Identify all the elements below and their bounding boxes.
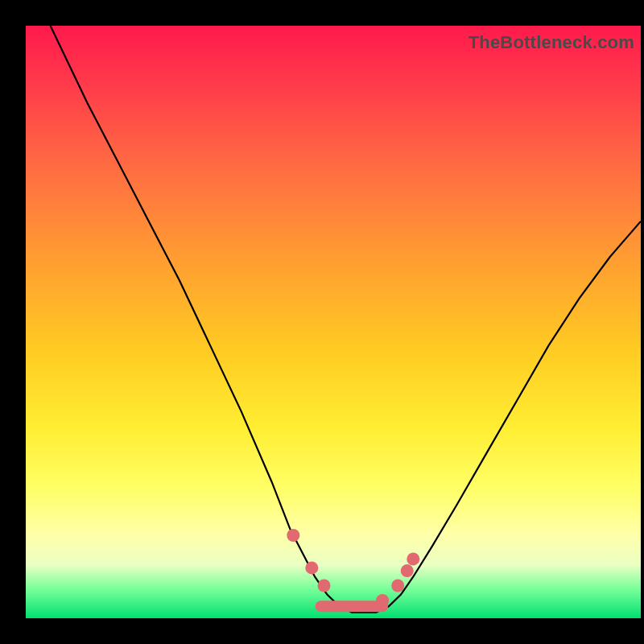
curve-marker <box>391 580 404 592</box>
curve-marker <box>376 594 389 607</box>
chart-frame: TheBottleneck.com <box>0 0 644 644</box>
curve-marker <box>401 564 414 577</box>
curve-marker <box>287 529 299 542</box>
curve-marker <box>305 561 318 574</box>
curve-marker <box>407 552 419 565</box>
plot-area: TheBottleneck.com <box>26 26 641 618</box>
curve-path <box>51 26 641 613</box>
bottleneck-curve <box>26 26 641 618</box>
curve-marker <box>318 580 331 592</box>
